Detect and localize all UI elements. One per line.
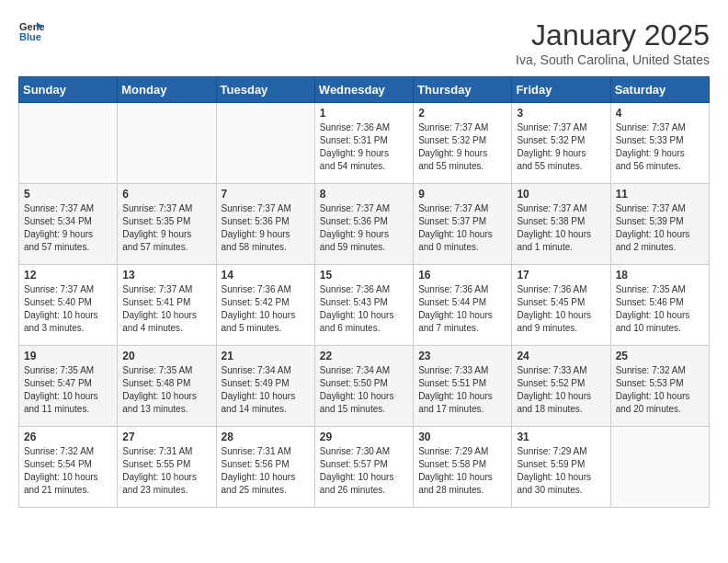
day-number: 14 [222, 269, 310, 282]
day-cell: 13Sunrise: 7:37 AM Sunset: 5:41 PM Dayli… [118, 265, 216, 346]
day-info: Sunrise: 7:29 AM Sunset: 5:59 PM Dayligh… [517, 445, 605, 497]
day-cell: 24Sunrise: 7:33 AM Sunset: 5:52 PM Dayli… [512, 346, 610, 427]
weekday-header-friday: Friday [512, 77, 610, 103]
day-info: Sunrise: 7:35 AM Sunset: 5:48 PM Dayligh… [122, 364, 210, 416]
day-cell: 28Sunrise: 7:31 AM Sunset: 5:56 PM Dayli… [216, 427, 314, 508]
day-number: 2 [418, 107, 506, 120]
day-number: 27 [122, 431, 210, 443]
day-number: 19 [24, 350, 112, 362]
day-cell: 22Sunrise: 7:34 AM Sunset: 5:50 PM Dayli… [314, 346, 413, 427]
day-number: 13 [122, 269, 210, 282]
day-info: Sunrise: 7:37 AM Sunset: 5:38 PM Dayligh… [517, 202, 605, 254]
day-number: 28 [222, 431, 310, 443]
day-number: 18 [616, 269, 704, 282]
day-cell: 1Sunrise: 7:36 AM Sunset: 5:31 PM Daylig… [314, 103, 413, 184]
day-number: 20 [122, 350, 210, 362]
week-row-4: 19Sunrise: 7:35 AM Sunset: 5:47 PM Dayli… [19, 346, 710, 427]
day-info: Sunrise: 7:31 AM Sunset: 5:56 PM Dayligh… [222, 445, 310, 497]
calendar-subtitle: Iva, South Carolina, United States [516, 52, 710, 67]
day-info: Sunrise: 7:37 AM Sunset: 5:32 PM Dayligh… [517, 121, 605, 173]
logo-icon: General Blue [18, 18, 44, 44]
day-info: Sunrise: 7:37 AM Sunset: 5:36 PM Dayligh… [222, 202, 310, 254]
page-header: General Blue January 2025 Iva, South Car… [18, 18, 710, 67]
day-info: Sunrise: 7:36 AM Sunset: 5:31 PM Dayligh… [320, 121, 408, 173]
day-number: 16 [418, 269, 506, 282]
day-info: Sunrise: 7:33 AM Sunset: 5:52 PM Dayligh… [517, 364, 605, 416]
weekday-header-row: SundayMondayTuesdayWednesdayThursdayFrid… [19, 77, 710, 103]
day-cell: 9Sunrise: 7:37 AM Sunset: 5:37 PM Daylig… [414, 184, 512, 265]
day-cell: 30Sunrise: 7:29 AM Sunset: 5:58 PM Dayli… [414, 427, 512, 508]
day-cell [118, 103, 216, 184]
day-number: 3 [517, 107, 605, 120]
day-cell: 2Sunrise: 7:37 AM Sunset: 5:32 PM Daylig… [414, 103, 512, 184]
day-cell: 8Sunrise: 7:37 AM Sunset: 5:36 PM Daylig… [314, 184, 413, 265]
day-info: Sunrise: 7:35 AM Sunset: 5:46 PM Dayligh… [616, 283, 704, 335]
day-cell: 25Sunrise: 7:32 AM Sunset: 5:53 PM Dayli… [610, 346, 709, 427]
day-cell: 26Sunrise: 7:32 AM Sunset: 5:54 PM Dayli… [19, 427, 118, 508]
day-number: 31 [517, 431, 605, 443]
day-cell [19, 103, 118, 184]
day-info: Sunrise: 7:35 AM Sunset: 5:47 PM Dayligh… [24, 364, 112, 416]
day-number: 9 [418, 188, 506, 201]
day-cell: 3Sunrise: 7:37 AM Sunset: 5:32 PM Daylig… [512, 103, 610, 184]
weekday-header-saturday: Saturday [610, 77, 709, 103]
day-info: Sunrise: 7:37 AM Sunset: 5:35 PM Dayligh… [122, 202, 210, 254]
day-number: 1 [320, 107, 408, 120]
day-info: Sunrise: 7:36 AM Sunset: 5:42 PM Dayligh… [222, 283, 310, 335]
day-number: 30 [418, 431, 506, 443]
day-cell: 17Sunrise: 7:36 AM Sunset: 5:45 PM Dayli… [512, 265, 610, 346]
day-number: 22 [320, 350, 408, 362]
day-info: Sunrise: 7:37 AM Sunset: 5:33 PM Dayligh… [616, 121, 704, 173]
day-number: 11 [616, 188, 704, 201]
weekday-header-wednesday: Wednesday [314, 77, 413, 103]
day-cell [610, 427, 709, 508]
day-cell: 20Sunrise: 7:35 AM Sunset: 5:48 PM Dayli… [118, 346, 216, 427]
day-number: 29 [320, 431, 408, 443]
week-row-1: 1Sunrise: 7:36 AM Sunset: 5:31 PM Daylig… [19, 103, 710, 184]
weekday-header-monday: Monday [118, 77, 216, 103]
day-info: Sunrise: 7:36 AM Sunset: 5:43 PM Dayligh… [320, 283, 408, 335]
day-cell: 15Sunrise: 7:36 AM Sunset: 5:43 PM Dayli… [314, 265, 413, 346]
day-info: Sunrise: 7:30 AM Sunset: 5:57 PM Dayligh… [320, 445, 408, 497]
weekday-header-sunday: Sunday [19, 77, 118, 103]
day-number: 7 [222, 188, 310, 201]
day-number: 10 [517, 188, 605, 201]
day-info: Sunrise: 7:37 AM Sunset: 5:41 PM Dayligh… [122, 283, 210, 335]
day-number: 15 [320, 269, 408, 282]
day-info: Sunrise: 7:36 AM Sunset: 5:44 PM Dayligh… [418, 283, 506, 335]
day-cell: 10Sunrise: 7:37 AM Sunset: 5:38 PM Dayli… [512, 184, 610, 265]
day-cell: 6Sunrise: 7:37 AM Sunset: 5:35 PM Daylig… [118, 184, 216, 265]
day-cell [216, 103, 314, 184]
day-cell: 11Sunrise: 7:37 AM Sunset: 5:39 PM Dayli… [610, 184, 709, 265]
day-cell: 19Sunrise: 7:35 AM Sunset: 5:47 PM Dayli… [19, 346, 118, 427]
day-cell: 7Sunrise: 7:37 AM Sunset: 5:36 PM Daylig… [216, 184, 314, 265]
day-number: 5 [24, 188, 112, 201]
day-cell: 4Sunrise: 7:37 AM Sunset: 5:33 PM Daylig… [610, 103, 709, 184]
day-number: 4 [616, 107, 704, 120]
day-number: 17 [517, 269, 605, 282]
day-cell: 23Sunrise: 7:33 AM Sunset: 5:51 PM Dayli… [414, 346, 512, 427]
week-row-5: 26Sunrise: 7:32 AM Sunset: 5:54 PM Dayli… [19, 427, 710, 508]
day-info: Sunrise: 7:32 AM Sunset: 5:53 PM Dayligh… [616, 364, 704, 416]
logo: General Blue [18, 18, 44, 44]
day-number: 12 [24, 269, 112, 282]
day-cell: 12Sunrise: 7:37 AM Sunset: 5:40 PM Dayli… [19, 265, 118, 346]
day-info: Sunrise: 7:34 AM Sunset: 5:49 PM Dayligh… [222, 364, 310, 416]
title-block: January 2025 Iva, South Carolina, United… [516, 18, 710, 67]
day-info: Sunrise: 7:37 AM Sunset: 5:36 PM Dayligh… [320, 202, 408, 254]
day-cell: 18Sunrise: 7:35 AM Sunset: 5:46 PM Dayli… [610, 265, 709, 346]
day-cell: 16Sunrise: 7:36 AM Sunset: 5:44 PM Dayli… [414, 265, 512, 346]
day-cell: 29Sunrise: 7:30 AM Sunset: 5:57 PM Dayli… [314, 427, 413, 508]
day-cell: 27Sunrise: 7:31 AM Sunset: 5:55 PM Dayli… [118, 427, 216, 508]
svg-text:Blue: Blue [19, 31, 41, 42]
week-row-3: 12Sunrise: 7:37 AM Sunset: 5:40 PM Dayli… [19, 265, 710, 346]
day-info: Sunrise: 7:37 AM Sunset: 5:39 PM Dayligh… [616, 202, 704, 254]
weekday-header-tuesday: Tuesday [216, 77, 314, 103]
calendar-table: SundayMondayTuesdayWednesdayThursdayFrid… [18, 76, 710, 508]
day-info: Sunrise: 7:37 AM Sunset: 5:37 PM Dayligh… [418, 202, 506, 254]
day-number: 26 [24, 431, 112, 443]
day-cell: 14Sunrise: 7:36 AM Sunset: 5:42 PM Dayli… [216, 265, 314, 346]
day-info: Sunrise: 7:32 AM Sunset: 5:54 PM Dayligh… [24, 445, 112, 497]
day-info: Sunrise: 7:34 AM Sunset: 5:50 PM Dayligh… [320, 364, 408, 416]
day-info: Sunrise: 7:37 AM Sunset: 5:40 PM Dayligh… [24, 283, 112, 335]
